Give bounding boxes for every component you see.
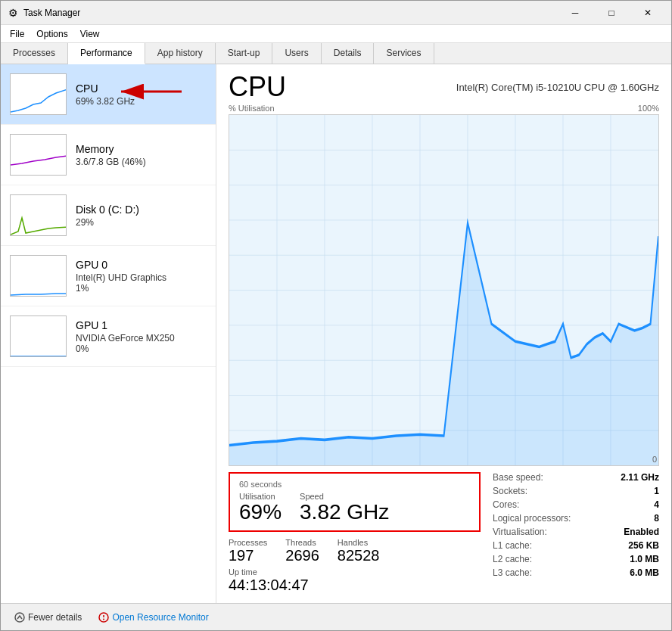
window-title: Task Manager — [23, 8, 558, 18]
gpu0-thumbnail — [10, 255, 67, 297]
utilisation-value: 69% — [239, 501, 282, 524]
threads-stat: Threads 2696 — [285, 538, 319, 564]
disk-mini-graph — [11, 195, 67, 236]
cpu-title: CPU — [76, 82, 207, 95]
handles-value: 82528 — [338, 547, 380, 564]
l3-row: L3 cache: 6.0 MB — [493, 567, 659, 578]
task-manager-window: ⚙ Task Manager ─ □ ✕ File Options View P… — [0, 0, 672, 631]
threads-label: Threads — [285, 538, 319, 547]
l3-value: 6.0 MB — [630, 567, 659, 578]
tab-users[interactable]: Users — [272, 43, 321, 64]
base-speed-label: Base speed: — [493, 472, 543, 483]
sockets-row: Sockets: 1 — [493, 486, 659, 496]
menu-file[interactable]: File — [4, 25, 30, 42]
gpu1-mini-graph — [11, 316, 67, 357]
graph-label-row: % Utilisation 100% — [229, 104, 659, 113]
cores-value: 4 — [654, 499, 659, 510]
uptime-label: Up time — [229, 567, 481, 577]
stats-left: 60 seconds Utilisation 69% Speed 3.82 GH… — [229, 472, 481, 594]
memory-title: Memory — [76, 143, 207, 155]
disk-thumbnail — [10, 194, 67, 236]
app-icon: ⚙ — [7, 7, 19, 19]
disk-sidebar-info: Disk 0 (C: D:) 29% — [76, 204, 207, 228]
processes-row: Processes 197 Threads 2696 Handles 82528 — [229, 538, 481, 564]
svg-rect-3 — [11, 256, 67, 297]
utilisation-stat: Utilisation 69% — [239, 492, 282, 524]
graph-bottom-label: 0 — [652, 455, 657, 464]
gpu1-title: GPU 1 — [76, 319, 207, 331]
sockets-value: 1 — [654, 486, 659, 496]
l2-row: L2 cache: 1.0 MB — [493, 554, 659, 564]
panel-subtitle: Intel(R) Core(TM) i5-10210U CPU @ 1.60GH… — [456, 82, 659, 93]
gpu0-title: GPU 0 — [76, 259, 207, 271]
close-button[interactable]: ✕ — [630, 1, 665, 25]
fewer-details-label: Fewer details — [28, 612, 82, 623]
processes-value: 197 — [229, 547, 267, 564]
l1-row: L1 cache: 256 KB — [493, 540, 659, 551]
uptime-section: Up time 44:13:04:47 — [229, 567, 481, 594]
stats-box-label: 60 seconds — [239, 480, 470, 489]
sidebar-item-cpu[interactable]: CPU 69% 3.82 GHz — [1, 64, 216, 125]
l1-value: 256 KB — [628, 540, 659, 551]
cpu-subtitle: 69% 3.82 GHz — [76, 96, 207, 107]
stats-right: Base speed: 2.11 GHz Sockets: 1 Cores: 4… — [493, 472, 659, 594]
sidebar-item-memory[interactable]: Memory 3.6/7.8 GB (46%) — [1, 125, 216, 185]
sockets-label: Sockets: — [493, 486, 527, 496]
processes-stat: Processes 197 — [229, 538, 267, 564]
tab-details[interactable]: Details — [322, 43, 375, 64]
gpu0-subtitle: Intel(R) UHD Graphics — [76, 272, 207, 283]
svg-rect-1 — [11, 135, 67, 176]
sidebar-item-gpu1[interactable]: GPU 1 NVIDIA GeForce MX250 0% — [1, 306, 216, 367]
tab-performance[interactable]: Performance — [68, 43, 145, 64]
virtualisation-label: Virtualisation: — [493, 527, 547, 537]
memory-thumbnail — [10, 134, 67, 176]
maximize-button[interactable]: □ — [594, 1, 629, 25]
virtualisation-value: Enabled — [624, 527, 659, 537]
l3-label: L3 cache: — [493, 567, 532, 578]
logical-label: Logical processors: — [493, 513, 571, 524]
menu-bar: File Options View — [1, 25, 671, 43]
right-panel: MOBIGYAAN CPU Intel(R) Core(TM) i5-10210… — [216, 64, 671, 603]
sidebar-item-gpu0[interactable]: GPU 0 Intel(R) UHD Graphics 1% — [1, 246, 216, 306]
cores-row: Cores: 4 — [493, 499, 659, 510]
gpu1-thumbnail — [10, 316, 67, 357]
cpu-mini-graph — [11, 74, 67, 115]
memory-sidebar-info: Memory 3.6/7.8 GB (46%) — [76, 143, 207, 167]
cpu-graph-svg — [229, 115, 658, 465]
tab-startup[interactable]: Start-up — [216, 43, 273, 64]
title-bar: ⚙ Task Manager ─ □ ✕ — [1, 1, 671, 25]
uptime-value: 44:13:04:47 — [229, 577, 481, 594]
stats-box: 60 seconds Utilisation 69% Speed 3.82 GH… — [229, 472, 481, 532]
stats-section: 60 seconds Utilisation 69% Speed 3.82 GH… — [229, 472, 659, 594]
tab-app-history[interactable]: App history — [145, 43, 216, 64]
processes-label: Processes — [229, 538, 267, 547]
fewer-details-button[interactable]: Fewer details — [10, 609, 86, 626]
open-resource-monitor-label: Open Resource Monitor — [112, 612, 208, 623]
base-speed-row: Base speed: 2.11 GHz — [493, 472, 659, 483]
speed-stat: Speed 3.82 GHz — [300, 492, 389, 524]
tab-bar: Processes Performance App history Start-… — [1, 43, 671, 64]
panel-header: CPU Intel(R) Core(TM) i5-10210U CPU @ 1.… — [229, 73, 659, 101]
memory-subtitle: 3.6/7.8 GB (46%) — [76, 157, 207, 167]
disk-subtitle: 29% — [76, 217, 207, 228]
minimize-button[interactable]: ─ — [558, 1, 593, 25]
svg-rect-4 — [11, 316, 67, 357]
svg-point-24 — [15, 613, 24, 622]
menu-options[interactable]: Options — [30, 25, 73, 42]
cpu-sidebar-info: CPU 69% 3.82 GHz — [76, 82, 207, 107]
sidebar-item-disk[interactable]: Disk 0 (C: D:) 29% — [1, 185, 216, 246]
handles-stat: Handles 82528 — [338, 538, 380, 564]
panel-title: CPU — [229, 73, 286, 101]
svg-rect-0 — [11, 74, 67, 115]
logical-value: 8 — [654, 513, 659, 524]
menu-view[interactable]: View — [74, 25, 106, 42]
utilisation-speed-row: Utilisation 69% Speed 3.82 GHz — [239, 492, 470, 524]
gpu0-mini-graph — [11, 256, 67, 297]
tab-processes[interactable]: Processes — [1, 43, 68, 64]
main-content: CPU 69% 3.82 GHz Memory 3.6/7.8 GB (46%) — [1, 64, 671, 603]
speed-value: 3.82 GHz — [300, 501, 389, 524]
chevron-up-icon — [14, 612, 25, 623]
tab-services[interactable]: Services — [374, 43, 434, 64]
graph-y-max: 100% — [638, 104, 659, 113]
open-resource-monitor-link[interactable]: Open Resource Monitor — [98, 612, 208, 623]
